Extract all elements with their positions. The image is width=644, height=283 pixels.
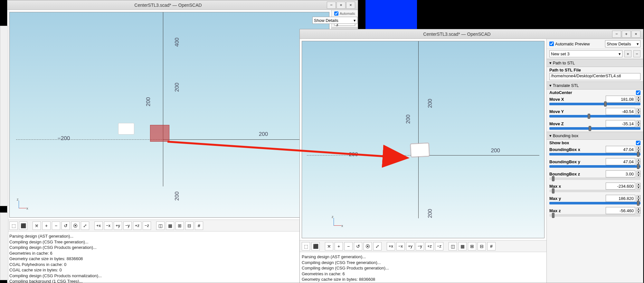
tick-v200a: 200 bbox=[427, 99, 433, 108]
movex-input[interactable] bbox=[606, 96, 635, 103]
perspective-icon[interactable]: ◫ bbox=[156, 222, 165, 230]
preset-remove-button[interactable]: − bbox=[633, 50, 640, 57]
path-stl-input[interactable]: /home/none4/Desktop/CenterSTL4.stl bbox=[549, 73, 640, 80]
movez-input[interactable] bbox=[606, 120, 635, 127]
console-right[interactable]: Parsing design (AST generation)... Compi… bbox=[300, 252, 546, 283]
movex-slider[interactable] bbox=[549, 103, 640, 105]
crosshair-icon[interactable]: # bbox=[487, 242, 496, 250]
axes-icon[interactable]: ⊞ bbox=[468, 242, 476, 250]
front-view-icon[interactable]: +y bbox=[406, 242, 414, 250]
crosshair-icon[interactable]: # bbox=[195, 222, 203, 230]
decorative-blue-block bbox=[365, 0, 417, 29]
viewport-3d-left[interactable]: −200 200 200 400 200 200 x z bbox=[9, 12, 329, 218]
maxy-slider[interactable] bbox=[549, 202, 640, 204]
zoom-out-icon[interactable]: − bbox=[344, 242, 353, 250]
maxx-input[interactable] bbox=[606, 183, 635, 190]
close-button[interactable]: × bbox=[631, 31, 640, 38]
bbz-label: BoundingBox z bbox=[549, 172, 604, 176]
show-details-dropdown-left[interactable]: Show Details▾ bbox=[312, 17, 357, 24]
bbx-input[interactable] bbox=[606, 146, 635, 153]
preset-dropdown[interactable]: New set 3▾ bbox=[549, 50, 622, 57]
right-view-icon[interactable]: +x bbox=[94, 222, 103, 230]
minimize-button[interactable]: − bbox=[327, 2, 336, 9]
axes-icon[interactable]: ⊞ bbox=[175, 222, 184, 230]
preview-icon[interactable]: ⬚ bbox=[302, 242, 310, 250]
reset-view-icon[interactable]: ↺ bbox=[62, 222, 70, 230]
tick-neg200: −200 bbox=[346, 151, 358, 158]
ortho-icon[interactable]: ⤢ bbox=[81, 222, 89, 230]
front-view-icon[interactable]: +y bbox=[114, 222, 122, 230]
maxx-spinner[interactable]: ▴▾ bbox=[637, 183, 640, 189]
back-view-icon[interactable]: −y bbox=[123, 222, 132, 230]
maxz-input[interactable] bbox=[606, 207, 635, 214]
bby-slider[interactable] bbox=[549, 165, 640, 168]
movez-spinner[interactable]: ▴▾ bbox=[637, 120, 640, 127]
path-stl-section[interactable]: ▾ Path to STL bbox=[547, 59, 643, 67]
maxz-spinner[interactable]: ▴▾ bbox=[637, 207, 640, 214]
right-view-icon[interactable]: +x bbox=[387, 242, 395, 250]
left-view-icon[interactable]: −x bbox=[396, 242, 405, 250]
preview-icon[interactable]: ⬚ bbox=[9, 222, 18, 230]
bbx-slider[interactable] bbox=[549, 153, 640, 156]
bottom-view-icon[interactable]: −z bbox=[143, 222, 151, 230]
back-view-icon[interactable]: −y bbox=[416, 242, 424, 250]
preset-add-button[interactable]: + bbox=[624, 50, 631, 57]
bby-input[interactable] bbox=[606, 158, 635, 165]
bbz-slider[interactable] bbox=[549, 177, 640, 180]
auto-preview-checkbox[interactable] bbox=[549, 42, 554, 46]
wireframe-icon[interactable]: ▦ bbox=[458, 242, 467, 250]
render-icon[interactable]: ⬛ bbox=[19, 222, 27, 230]
titlebar-left[interactable]: CenterSTL3.scad* — OpenSCAD − + × bbox=[7, 0, 358, 10]
movey-input[interactable] bbox=[606, 108, 635, 115]
movez-slider[interactable] bbox=[549, 127, 640, 130]
close-button[interactable]: × bbox=[346, 2, 355, 9]
view-toolbar-right: ⬚ ⬛ ⤧ + − ↺ ⦿ ⤢ +x −x +y −y +z −z ◫ ▦ ⊞ bbox=[300, 240, 546, 252]
center-icon[interactable]: ⦿ bbox=[71, 222, 80, 230]
showbox-checkbox[interactable] bbox=[636, 141, 640, 145]
auto-preview-checkbox[interactable] bbox=[334, 11, 338, 16]
bbz-input[interactable] bbox=[606, 170, 635, 177]
left-view-icon[interactable]: −x bbox=[104, 222, 112, 230]
gizmo-z-label: z bbox=[332, 215, 334, 219]
top-view-icon[interactable]: +z bbox=[133, 222, 141, 230]
autocenter-checkbox[interactable] bbox=[636, 90, 640, 95]
autocenter-label: AutoCenter bbox=[549, 90, 635, 95]
maxx-slider[interactable] bbox=[549, 190, 640, 192]
zoom-in-icon[interactable]: + bbox=[335, 242, 343, 250]
zoom-in-icon[interactable]: + bbox=[42, 222, 51, 230]
tick-neg200: −200 bbox=[58, 135, 70, 142]
wireframe-icon[interactable]: ▦ bbox=[166, 222, 174, 230]
view-all-icon[interactable]: ⤧ bbox=[33, 222, 41, 230]
chevron-down-icon: ▾ bbox=[619, 52, 621, 56]
tick-v200a: 200 bbox=[174, 83, 180, 92]
render-icon[interactable]: ⬛ bbox=[311, 242, 320, 250]
bottom-view-icon[interactable]: −z bbox=[435, 242, 443, 250]
center-icon[interactable]: ⦿ bbox=[364, 242, 372, 250]
maximize-button[interactable]: + bbox=[336, 2, 346, 9]
ortho-icon[interactable]: ⤢ bbox=[373, 242, 382, 250]
translate-section[interactable]: ▾ Translate STL bbox=[547, 81, 643, 90]
zoom-out-icon[interactable]: − bbox=[52, 222, 60, 230]
scale-marker-icon[interactable]: ⊟ bbox=[185, 222, 194, 230]
movex-spinner[interactable]: ▴▾ bbox=[637, 96, 640, 102]
minimize-button[interactable]: − bbox=[612, 31, 621, 38]
bbz-spinner[interactable]: ▴▾ bbox=[637, 171, 640, 177]
scale-marker-icon[interactable]: ⊟ bbox=[478, 242, 486, 250]
perspective-icon[interactable]: ◫ bbox=[449, 242, 457, 250]
top-view-icon[interactable]: +z bbox=[425, 242, 434, 250]
maxz-slider[interactable] bbox=[549, 214, 640, 217]
view-all-icon[interactable]: ⤧ bbox=[325, 242, 333, 250]
viewport-3d-right[interactable]: −200 200 200 200 200 x z bbox=[302, 41, 545, 238]
bbox-section[interactable]: ▾ Bounding box bbox=[547, 132, 643, 140]
editor-gutter-stub bbox=[0, 26, 8, 206]
titlebar-right[interactable]: CenterSTL3.scad* — OpenSCAD − + × bbox=[300, 29, 643, 39]
bby-label: BoundingBox y bbox=[549, 159, 604, 164]
console-left[interactable]: Parsing design (AST generation)... Compi… bbox=[7, 231, 331, 283]
movey-spinner[interactable]: ▴▾ bbox=[637, 108, 640, 115]
maxy-input[interactable] bbox=[606, 195, 635, 202]
movey-slider[interactable] bbox=[549, 115, 640, 118]
maximize-button[interactable]: + bbox=[622, 31, 631, 38]
reset-view-icon[interactable]: ↺ bbox=[354, 242, 362, 250]
show-details-dropdown[interactable]: Show Details▾ bbox=[605, 40, 640, 47]
customizer-panel-right[interactable]: Automatic Preview Show Details▾ New set … bbox=[546, 39, 643, 283]
